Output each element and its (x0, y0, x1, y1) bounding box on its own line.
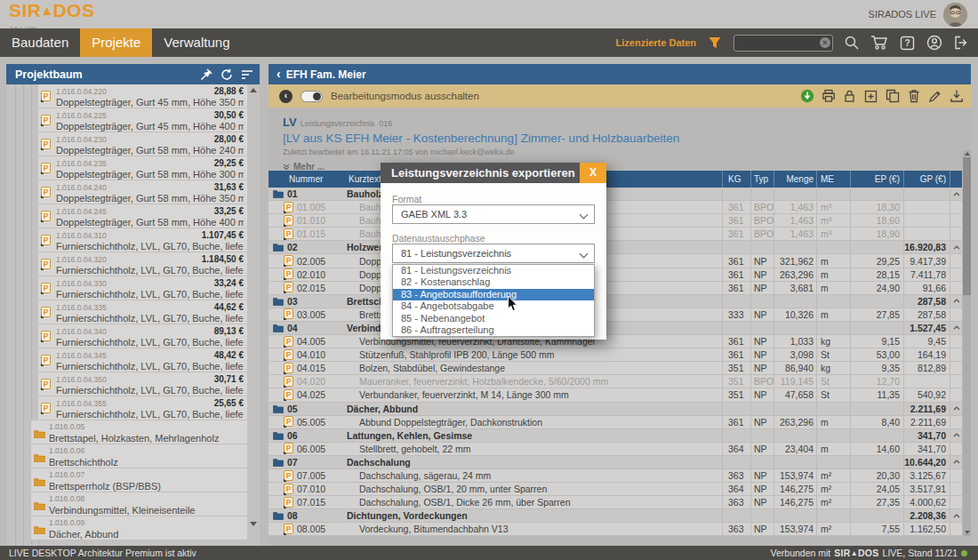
col-typ[interactable]: Typ (750, 171, 774, 188)
table-row[interactable]: 06Lattungen, Kehlen, Gesimse341,70 (269, 429, 962, 443)
close-dialog-button[interactable]: X (580, 163, 606, 183)
table-row[interactable]: 05Dächer, Abbund2.211,69 (269, 403, 962, 416)
delete-icon[interactable] (906, 89, 921, 104)
table-row[interactable]: P05.005Abbund Doppelstegträger, Dachkons… (269, 416, 962, 429)
tree-item[interactable]: 1.016.0.07Brettsperrholz (BSP/BBS) (31, 468, 247, 492)
dropdown-option[interactable]: 86 - Auftragserteilung (393, 324, 594, 336)
table-row[interactable]: P04.005Verbindungsmittel, feuerverzinkt,… (269, 335, 962, 348)
table-row[interactable]: 08Dichtungen, Vordeckungen2.208,36 (269, 509, 962, 523)
col-me[interactable]: ME (816, 171, 850, 188)
col-menge[interactable]: Menge (774, 171, 816, 188)
table-row[interactable]: P04.025Verbundanker, feuerverzinkt, M 14… (269, 388, 962, 402)
tree-item[interactable]: P1.016.0.04.24031,63 €Doppelstegträger, … (38, 180, 247, 204)
tree-item[interactable]: 1.016.0.05Brettstapel, Holzkasten, Mehrl… (31, 420, 247, 444)
refresh-icon[interactable] (219, 67, 235, 83)
col-kg[interactable]: KG (722, 171, 750, 188)
tree-item[interactable]: P1.016.0.04.24533,25 €Doppelstegträger, … (38, 204, 247, 228)
tree-item[interactable]: P1.016.0.04.35525,65 €Furnierschichtholz… (38, 396, 247, 420)
dropdown-option[interactable]: 84 - Angebotsabgabe (393, 300, 594, 312)
table-row[interactable]: 03Brettschichtholz287,58 (269, 295, 962, 308)
help-icon[interactable]: ? (898, 34, 916, 52)
edit-mode-toggle[interactable] (301, 91, 323, 102)
back-chevron-icon[interactable]: ‹ (277, 67, 281, 81)
tree-item[interactable]: P1.016.0.04.3201.184,50 €Furnierschichth… (38, 252, 247, 276)
col-gp[interactable]: GP (€) (903, 171, 950, 188)
table-row[interactable]: P06.005Stellbrett, gehobelt, 22 mm364NP2… (269, 443, 962, 456)
table-row[interactable]: P07.015Dachschalung, OSB/1, Dicke 26 mm,… (269, 496, 962, 509)
copy-icon[interactable] (885, 89, 900, 104)
table-row[interactable]: P04.015Bolzen, Stabdübel, Gewindestange3… (269, 362, 962, 375)
table-row[interactable]: P04.020Maueranker, feuerverzinkt, Holzba… (269, 375, 962, 388)
format-select[interactable]: GAEB XML 3.3 (392, 204, 595, 224)
avatar[interactable] (943, 3, 967, 27)
tree-item[interactable]: P1.016.0.04.3101.107,45 €Furnierschichth… (38, 228, 247, 252)
table-row[interactable]: 01Bauholz (269, 188, 962, 201)
tree-item[interactable]: P1.016.0.04.33544,62 €Furnierschichtholz… (38, 300, 247, 324)
clear-search-icon[interactable]: × (820, 37, 830, 48)
table-row[interactable]: 04Verbindungsmittel1.527,45 (269, 322, 962, 335)
collapse-group-icon[interactable] (950, 188, 962, 200)
collapse-group-icon[interactable] (950, 322, 962, 334)
collapse-group-icon[interactable] (950, 241, 962, 253)
account-icon[interactable] (926, 34, 943, 52)
dropdown-option[interactable]: 81 - Leistungsverzeichnis (393, 265, 594, 276)
search-input[interactable] (734, 35, 833, 52)
tree-item[interactable]: P1.016.0.04.23028,00 €Doppelstegträger, … (38, 132, 247, 156)
col-nummer[interactable]: Nummer (269, 171, 340, 188)
filter-funnel-icon[interactable] (706, 34, 724, 52)
tab-projekte[interactable]: Projekte (80, 28, 152, 57)
tree-item[interactable]: P1.016.0.04.34548,42 €Furnierschichtholz… (38, 348, 247, 372)
table-row[interactable]: P07.010Dachschalung, OSB/1, 20 mm, unter… (269, 483, 962, 496)
collapse-group-icon[interactable] (950, 509, 962, 522)
tree-item[interactable]: P1.016.0.04.22530,50 €Doppelstegträger, … (38, 108, 247, 132)
dropdown-option[interactable]: 85 - Nebenangebot (393, 313, 594, 324)
save-icon[interactable] (949, 89, 964, 104)
phase-select[interactable]: 81 - Leistungsverzeichnis (392, 244, 595, 263)
table-row[interactable]: P04.010Stützenfuß, Stahlprofil IPB 200, … (269, 348, 962, 362)
table-row[interactable]: P01.010Bauholz361BPO1,463m³18,60 (269, 214, 962, 228)
tree-item[interactable]: P1.016.0.04.22028,88 €Doppelstegträger, … (38, 84, 247, 108)
tree-item[interactable]: P1.016.0.04.34089,13 €Furnierschichtholz… (38, 324, 247, 348)
collapse-group-icon[interactable] (950, 429, 962, 442)
table-row[interactable]: 02Holzwerkstoffe16.920,83 (269, 241, 962, 254)
table-scrollbar[interactable] (963, 150, 971, 536)
cart-icon[interactable] (870, 34, 888, 52)
pin-icon[interactable] (198, 67, 214, 83)
tab-baudaten[interactable]: Baudaten (0, 28, 80, 57)
scroll-up-icon[interactable] (965, 152, 970, 156)
tree-item[interactable]: P1.016.0.04.35030,71 €Furnierschichtholz… (38, 372, 247, 396)
collapse-group-icon[interactable] (950, 456, 962, 468)
table-row[interactable]: P01.005Bauholz361BPO1,463m³18,30 (269, 201, 962, 214)
table-row[interactable]: 07Dachschalung10.644,20 (269, 456, 962, 469)
table-row[interactable]: P08.005Vordeckung, Bitumendachbahn V1336… (269, 523, 962, 536)
table-row[interactable]: P07.005Dachschalung, sägerau, 24 mm363NP… (269, 469, 962, 483)
tree-item[interactable]: P1.016.0.04.23529,25 €Doppelstegträger, … (38, 156, 247, 180)
table-row[interactable]: P02.005Doppelstegträger361NP321,962m29,2… (269, 254, 962, 268)
sidebar-scroll-up[interactable] (250, 88, 257, 92)
lock-icon[interactable] (842, 89, 857, 104)
col-ep[interactable]: EP (€) (850, 171, 903, 188)
export-download-icon[interactable] (799, 89, 814, 104)
tree-item[interactable]: 1.016.0.06Brettschichtholz (31, 444, 247, 468)
tab-verwaltung[interactable]: Verwaltung (152, 28, 241, 57)
scroll-thumb[interactable] (963, 157, 971, 295)
logout-icon[interactable] (953, 34, 971, 52)
edit-icon[interactable] (927, 89, 942, 104)
tree-item[interactable]: P1.016.0.04.33033,24 €Furnierschichtholz… (38, 276, 247, 300)
tree-item[interactable]: 1.016.0.09Dächer, Abbund (31, 516, 247, 540)
dropdown-option[interactable]: 82 - Kostenanschlag (393, 276, 594, 288)
table-row[interactable]: P03.005Brettschichtholz333NP10,326m27,85… (269, 308, 962, 322)
add-icon[interactable] (863, 89, 878, 104)
table-row[interactable]: P02.010Doppelstegträger361NP263,296m28,1… (269, 268, 962, 282)
collapse-group-icon[interactable] (950, 403, 962, 415)
search-icon[interactable] (843, 34, 861, 52)
scroll-down-icon[interactable] (965, 531, 970, 534)
collapse-group-icon[interactable] (950, 295, 962, 308)
filter-list-icon[interactable] (239, 67, 255, 83)
licensed-data-link[interactable]: Lizenzierte Daten (616, 37, 696, 48)
sidebar-scroll-down[interactable] (250, 522, 257, 526)
table-row[interactable]: P02.015Doppelstegträger361NP3,681m24,909… (269, 282, 962, 295)
table-row[interactable]: P01.015Bauholz361BPO1,463m³18,90 (269, 228, 962, 241)
tree-item[interactable]: 1.016.0.08Verbindungsmittel, Kleineisent… (31, 492, 247, 516)
dropdown-option[interactable]: 83 - Angebotsaufforderung (393, 289, 594, 300)
